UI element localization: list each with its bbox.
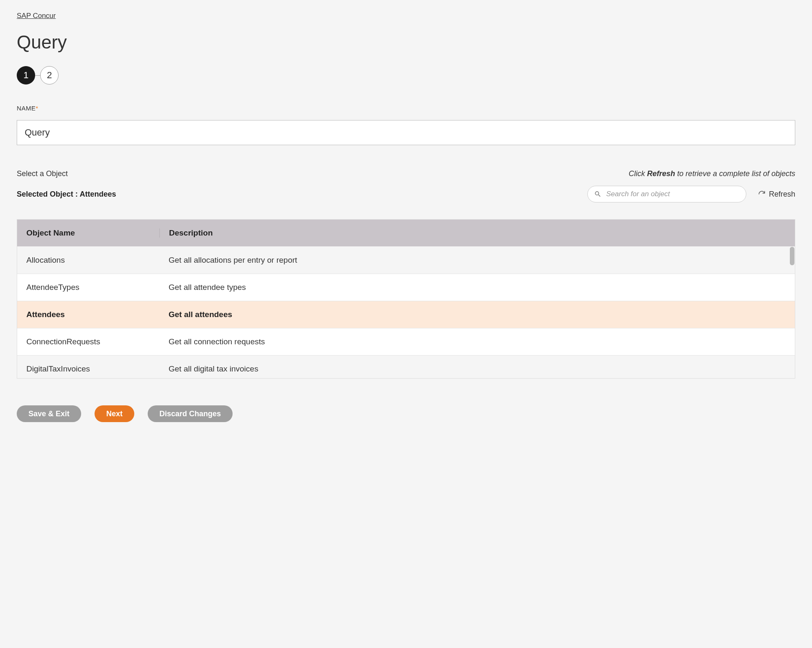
cell-description: Get all connection requests [159,337,795,346]
name-field-label: NAME* [17,105,795,112]
cell-object-name: Attendees [17,310,159,319]
search-input[interactable] [587,186,746,202]
select-object-label: Select a Object [17,169,68,178]
page-title: Query [17,32,795,53]
discard-button[interactable]: Discard Changes [148,405,233,422]
next-button[interactable]: Next [95,405,134,422]
cell-object-name: DigitalTaxInvoices [17,364,159,374]
object-table: Object Name Description AllocationsGet a… [17,219,795,379]
hint-prefix: Click [629,169,647,178]
step-connector [35,75,40,76]
scrollbar-thumb[interactable] [790,247,794,265]
cell-object-name: Allocations [17,256,159,265]
selected-prefix: Selected Object : [17,190,79,198]
name-label-text: NAME [17,105,36,112]
action-bar: Save & Exit Next Discard Changes [17,405,795,422]
step-2[interactable]: 2 [40,66,59,85]
table-row[interactable]: ConnectionRequestsGet all connection req… [17,328,795,355]
header-description: Description [159,228,795,238]
cell-description: Get all attendee types [159,283,795,292]
breadcrumb-link[interactable]: SAP Concur [17,12,56,20]
name-input[interactable] [17,120,795,145]
header-object-name: Object Name [17,228,159,238]
hint-bold: Refresh [647,169,675,178]
cell-object-name: ConnectionRequests [17,337,159,346]
hint-suffix: to retrieve a complete list of objects [675,169,795,178]
cell-object-name: AttendeeTypes [17,283,159,292]
refresh-label: Refresh [769,190,795,199]
table-body: AllocationsGet all allocations per entry… [17,246,795,378]
table-row[interactable]: AttendeeTypesGet all attendee types [17,274,795,301]
search-wrapper [587,186,746,202]
table-row[interactable]: DigitalTaxInvoicesGet all digital tax in… [17,355,795,378]
required-indicator: * [36,105,38,112]
selected-object-text: Selected Object : Attendees [17,190,116,199]
cell-description: Get all attendees [159,310,795,319]
step-1[interactable]: 1 [17,66,35,85]
refresh-hint: Click Refresh to retrieve a complete lis… [629,169,795,178]
step-indicator: 1 2 [17,66,795,85]
cell-description: Get all allocations per entry or report [159,256,795,265]
search-icon [594,190,602,198]
refresh-icon [758,190,766,198]
cell-description: Get all digital tax invoices [159,364,795,374]
table-row[interactable]: AllocationsGet all allocations per entry… [17,246,795,274]
refresh-button[interactable]: Refresh [758,190,795,199]
selected-value: Attendees [79,190,116,198]
table-row[interactable]: AttendeesGet all attendees [17,301,795,328]
save-exit-button[interactable]: Save & Exit [17,405,81,422]
table-header: Object Name Description [17,220,795,246]
